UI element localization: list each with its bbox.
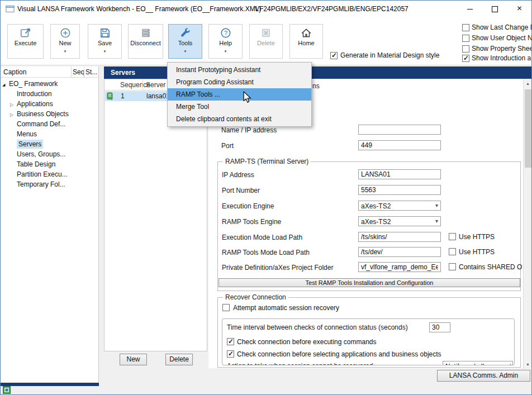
check-before-selecting-checkbox[interactable] — [227, 350, 234, 358]
ip-address-field[interactable] — [358, 169, 441, 179]
server-icon — [107, 92, 113, 102]
attempt-recovery-checkbox[interactable] — [222, 304, 230, 311]
save-icon — [88, 27, 121, 39]
ramp-tools-engine-select[interactable]: aXes-TS2 — [358, 216, 441, 226]
expander-collapsed-icon[interactable] — [10, 99, 17, 110]
interval-label: Time interval between checks of connecti… — [227, 323, 408, 331]
tree-item-introduction[interactable]: Introduction — [1, 89, 98, 99]
mouse-cursor-icon — [243, 91, 251, 105]
execution-engine-select[interactable]: aXes-TS2 — [358, 201, 441, 211]
port-number-label: Port Number — [222, 187, 260, 194]
tree-item-table-design[interactable]: Table Design — [1, 159, 98, 169]
recovery-options-box: Time interval between checks of connecti… — [222, 318, 515, 365]
menu-item-program-coding[interactable]: Program Coding Assistant — [168, 76, 311, 88]
private-definition-field[interactable] — [358, 262, 441, 272]
ramp-ts-group-title: RAMP-TS (Terminal Server) — [223, 158, 311, 165]
session-info: VF24PGMLIB/EX2/VF24PGMLIB/ENG/EPC142057 — [255, 5, 408, 13]
maximize-button[interactable] — [482, 1, 507, 17]
minimize-button[interactable] — [457, 1, 482, 17]
main-toolbar: Execute New Save Disconnect Tools ? Help — [1, 17, 531, 65]
recover-group-title: Recover Connection — [223, 293, 288, 301]
port-field[interactable] — [358, 140, 441, 150]
disconnect-icon — [129, 27, 163, 39]
ramp-tools-path-field[interactable] — [358, 247, 441, 257]
home-button[interactable]: Home — [289, 24, 323, 59]
menu-item-delete-clipboard[interactable]: Delete clipboard contents at exit — [168, 113, 311, 125]
scroll-down-icon[interactable] — [524, 360, 532, 369]
execution-mode-path-field[interactable] — [358, 232, 441, 242]
tree-item-business-objects[interactable]: Business Objects — [1, 109, 98, 119]
show-property-sheet-checkbox[interactable] — [462, 45, 469, 53]
tree-item-command-def[interactable]: Command Def... — [1, 119, 98, 129]
attempt-recovery-label: Attempt automatic session recovery — [233, 304, 339, 312]
delete-button[interactable]: Delete — [249, 24, 283, 59]
home-icon — [290, 27, 322, 39]
help-icon: ? — [209, 27, 242, 39]
interval-field[interactable] — [429, 322, 450, 332]
server-sequence-cell: 1 — [121, 92, 125, 100]
new-icon — [51, 27, 79, 39]
name-ip-field[interactable] — [358, 125, 441, 135]
scrollbar-thumb[interactable] — [525, 89, 531, 168]
vertical-scrollbar[interactable] — [523, 79, 532, 369]
expander-collapsed-icon[interactable] — [10, 109, 17, 120]
execute-icon — [8, 27, 43, 39]
expander-expanded-icon[interactable] — [2, 79, 9, 90]
menu-item-merge-tool[interactable]: Merge Tool — [168, 101, 311, 113]
show-introduction-checkbox[interactable] — [462, 55, 469, 62]
new-button[interactable]: New — [50, 24, 80, 59]
column-divider[interactable] — [84, 66, 84, 78]
material-design-checkbox[interactable] — [330, 52, 338, 59]
menu-item-instant-prototyping[interactable]: Instant Prototyping Assistant — [168, 64, 311, 76]
execution-mode-path-label: Execution Mode Load Path — [222, 234, 302, 241]
tree-item-menus[interactable]: Menus — [1, 129, 98, 139]
contains-shared-checkbox[interactable] — [449, 263, 456, 270]
tree-column-caption[interactable]: Caption — [3, 68, 26, 76]
tree-column-status[interactable]: St... — [86, 68, 97, 76]
tree-item-users-groups[interactable]: Users, Groups... — [1, 149, 98, 159]
use-https-2-checkbox[interactable] — [449, 248, 456, 255]
chevron-down-icon — [184, 46, 187, 54]
execution-engine-label: Execution Engine — [222, 202, 274, 210]
tools-menu: Instant Prototyping Assistant Program Co… — [167, 62, 312, 127]
port-number-field[interactable] — [358, 185, 441, 195]
close-button[interactable] — [507, 1, 532, 17]
wrench-icon — [169, 27, 202, 39]
ramp-tools-path-label: RAMP Tools Mode Load Path — [222, 249, 310, 256]
servers-column-server[interactable]: Server — [146, 81, 165, 89]
delete-server-button[interactable]: Delete — [165, 354, 193, 365]
tools-button[interactable]: Tools — [168, 24, 202, 59]
scroll-up-icon[interactable] — [524, 79, 532, 88]
delete-icon — [250, 27, 282, 39]
tree-item-partition-execution[interactable]: Partition Execu... — [1, 169, 98, 179]
show-user-object-checkbox[interactable] — [462, 35, 469, 42]
menu-item-ramp-tools[interactable]: RAMP Tools ... — [168, 88, 311, 101]
title-bar: Visual LANSA Framework Workbench - EO__ … — [1, 1, 531, 17]
help-button[interactable]: ? Help — [208, 24, 243, 59]
show-user-object-label: Show User Object N — [472, 34, 532, 42]
use-https-1-label: Use HTTPS — [459, 233, 495, 241]
column-divider[interactable] — [71, 66, 72, 78]
material-design-label: Generate in Material Design style — [340, 51, 439, 59]
check-before-commands-checkbox[interactable] — [227, 338, 234, 345]
recovery-action-select[interactable]: Notify and allow user t — [443, 361, 513, 365]
tree-item-framework[interactable]: EO_ Framework — [1, 79, 98, 89]
column-divider[interactable] — [142, 79, 143, 91]
partial-tab-label[interactable]: ns — [312, 82, 320, 90]
disconnect-button[interactable]: Disconnect — [128, 24, 163, 59]
use-https-1-checkbox[interactable] — [449, 233, 456, 240]
chevron-down-icon — [64, 46, 67, 54]
new-server-button[interactable]: New — [120, 354, 147, 365]
show-last-change-checkbox[interactable] — [462, 24, 469, 31]
lansa-comms-admin-button[interactable]: LANSA Comms. Admin — [437, 370, 530, 382]
use-https-2-label: Use HTTPS — [459, 248, 495, 256]
execute-button[interactable]: Execute — [7, 24, 44, 59]
tree-item-applications[interactable]: Applications — [1, 99, 98, 109]
test-ramp-tools-button[interactable]: Test RAMP Tools Installation and Configu… — [218, 278, 520, 287]
save-button[interactable]: Save — [88, 24, 122, 59]
tree-item-temporary-folder[interactable]: Temporary Fol... — [1, 179, 98, 189]
window-title: Visual LANSA Framework Workbench - EO__ … — [17, 5, 261, 13]
tree-column-seq[interactable]: Seq — [73, 68, 84, 76]
tree-item-servers[interactable]: Servers — [1, 139, 98, 149]
private-definition-label: Private Definition/aXes Project Folder — [222, 264, 333, 272]
